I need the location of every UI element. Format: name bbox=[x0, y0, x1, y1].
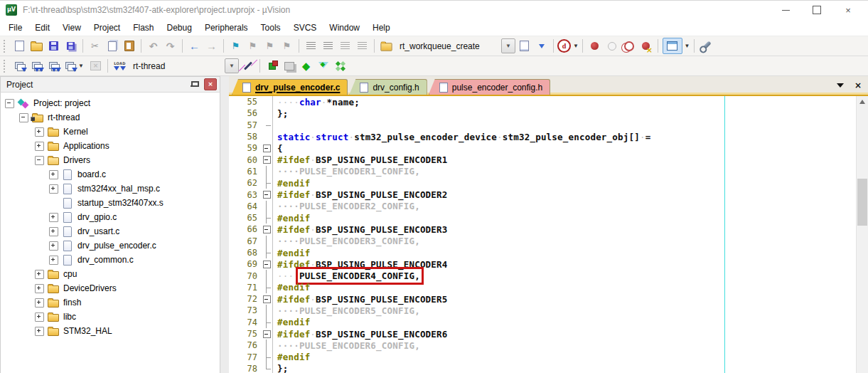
debug-windows-button[interactable]: ▼ bbox=[662, 38, 690, 54]
indent-button[interactable] bbox=[320, 38, 336, 54]
maximize-button[interactable] bbox=[801, 1, 832, 19]
tree-item-finsh[interactable]: finsh bbox=[1, 295, 220, 310]
menu-peripherals[interactable]: Peripherals bbox=[198, 23, 254, 33]
tree-expander-icon[interactable] bbox=[35, 284, 44, 293]
manage-rte-button[interactable] bbox=[264, 58, 280, 74]
tree-expander-icon[interactable] bbox=[35, 142, 44, 151]
project-tree[interactable]: Project: projectrt-threadKernelApplicati… bbox=[0, 93, 220, 373]
tree-item-libc[interactable]: libc bbox=[1, 310, 220, 324]
tree-expander-icon[interactable] bbox=[35, 270, 44, 279]
uncomment-button[interactable] bbox=[354, 38, 370, 54]
target-select-dropdown[interactable]: ▼ bbox=[225, 58, 239, 73]
tree-expander-icon[interactable] bbox=[49, 241, 58, 251]
pin-icon[interactable] bbox=[190, 80, 198, 90]
menu-tools[interactable]: Tools bbox=[254, 23, 287, 33]
redo-button[interactable]: ↷ bbox=[162, 38, 178, 54]
translate-button[interactable] bbox=[11, 58, 28, 74]
tree-expander-icon[interactable] bbox=[49, 256, 58, 265]
tree-item-kernel[interactable]: Kernel bbox=[1, 125, 220, 139]
tree-expander-icon[interactable] bbox=[35, 156, 44, 165]
menu-window[interactable]: Window bbox=[323, 23, 366, 33]
tab-list-dropdown-icon[interactable] bbox=[837, 83, 844, 88]
menu-svcs[interactable]: SVCS bbox=[287, 23, 323, 33]
tree-item-stm32f4xx-hal-msp-c[interactable]: stm32f4xx_hal_msp.c bbox=[1, 182, 220, 196]
menu-file[interactable]: File bbox=[2, 23, 28, 33]
tree-item-applications[interactable]: Applications bbox=[1, 139, 220, 153]
menu-debug[interactable]: Debug bbox=[161, 23, 198, 33]
tree-item-cpu[interactable]: cpu bbox=[1, 267, 220, 281]
tree-expander-icon[interactable] bbox=[49, 227, 58, 236]
rebuild-button[interactable] bbox=[45, 58, 62, 74]
target-select-combo[interactable]: rt-thread bbox=[129, 59, 224, 73]
code-editor[interactable]: 55····char·*name;56};5758static·struct·s… bbox=[229, 96, 868, 373]
undo-button[interactable]: ↶ bbox=[145, 38, 161, 54]
close-document-icon[interactable]: × bbox=[854, 81, 862, 90]
target-options-button[interactable] bbox=[240, 58, 256, 74]
menu-project[interactable]: Project bbox=[87, 23, 127, 33]
paste-button[interactable] bbox=[121, 38, 137, 54]
find-text-button[interactable] bbox=[516, 38, 532, 54]
tree-item-drv-pulse-encoder-c[interactable]: drv_pulse_encoder.c bbox=[1, 238, 220, 253]
cut-button[interactable]: ✂ bbox=[87, 38, 103, 54]
component-viewer-button[interactable]: ◆ bbox=[298, 58, 314, 74]
batch-build-button[interactable]: ▼ bbox=[63, 58, 87, 74]
find-combo-dropdown[interactable]: ▼ bbox=[501, 38, 515, 53]
tree-item-stm32-hal[interactable]: STM32_HAL bbox=[1, 324, 220, 338]
software-packs-filter-button[interactable]: ◆ bbox=[315, 58, 331, 74]
new-file-button[interactable] bbox=[11, 38, 28, 54]
file-extensions-button[interactable] bbox=[281, 58, 297, 74]
menu-help[interactable]: Help bbox=[366, 23, 397, 33]
find-combo-input[interactable]: rt_workqueue_create bbox=[395, 39, 500, 53]
tree-expander-icon[interactable] bbox=[49, 213, 58, 222]
disable-breakpoint-button[interactable] bbox=[604, 38, 620, 54]
unindent-button[interactable] bbox=[303, 38, 319, 54]
pack-installer-button[interactable] bbox=[332, 58, 348, 74]
toggle-bookmark-button[interactable]: ⚑ bbox=[227, 38, 244, 54]
minimize-button[interactable] bbox=[770, 1, 801, 19]
fold-collapse-icon[interactable] bbox=[262, 189, 273, 200]
menu-flash[interactable]: Flash bbox=[127, 23, 160, 33]
clear-bookmarks-button[interactable]: ⚑ bbox=[279, 38, 295, 54]
tree-expander-icon[interactable] bbox=[49, 170, 58, 179]
tab-drv-pulse-encoder-c[interactable]: drv_pulse_encoder.c bbox=[232, 79, 348, 95]
next-bookmark-button[interactable]: ⚑ bbox=[262, 38, 278, 54]
tree-expander-icon[interactable] bbox=[35, 312, 44, 322]
disable-all-breakpoints-button[interactable] bbox=[621, 38, 637, 54]
stop-build-button[interactable]: × bbox=[87, 58, 104, 74]
navigate-forward-button[interactable]: → bbox=[203, 38, 220, 54]
fold-collapse-icon[interactable] bbox=[262, 224, 273, 235]
download-button[interactable]: LOAD bbox=[112, 58, 128, 74]
fold-collapse-icon[interactable] bbox=[262, 293, 273, 305]
project-panel-close-button[interactable]: × bbox=[204, 78, 217, 90]
kill-all-breakpoints-button[interactable] bbox=[638, 38, 654, 54]
fold-collapse-icon[interactable] bbox=[262, 258, 273, 270]
close-button[interactable]: × bbox=[832, 1, 864, 19]
panel-splitter[interactable] bbox=[220, 76, 229, 373]
tab-pulse-encoder-config-h[interactable]: pulse_encoder_config.h bbox=[429, 79, 550, 95]
tree-item-drv-gpio-c[interactable]: drv_gpio.c bbox=[1, 210, 220, 224]
open-file-button[interactable] bbox=[28, 38, 45, 54]
tree-item-drv-usart-c[interactable]: drv_usart.c bbox=[1, 224, 220, 238]
tree-expander-icon[interactable] bbox=[19, 113, 28, 122]
incremental-find-button[interactable]: d▼ bbox=[557, 38, 579, 54]
tree-item-board-c[interactable]: board.c bbox=[1, 167, 220, 182]
fold-collapse-icon[interactable] bbox=[262, 142, 273, 154]
toolbar-drag-handle-2[interactable] bbox=[4, 60, 8, 73]
save-all-button[interactable] bbox=[63, 38, 79, 54]
tree-item-devicedrivers[interactable]: DeviceDrivers bbox=[1, 281, 220, 295]
menu-edit[interactable]: Edit bbox=[28, 23, 56, 33]
tree-expander-icon[interactable] bbox=[49, 184, 58, 194]
configure-tools-button[interactable] bbox=[698, 38, 714, 54]
goto-reference-button[interactable] bbox=[533, 38, 550, 54]
tab-drv-config-h[interactable]: drv_config.h bbox=[349, 79, 427, 95]
comment-button[interactable] bbox=[337, 38, 353, 54]
tree-item-rt-thread[interactable]: rt-thread bbox=[1, 110, 220, 125]
toolbar-drag-handle[interactable] bbox=[4, 40, 8, 53]
menu-view[interactable]: View bbox=[56, 23, 87, 33]
copy-button[interactable] bbox=[104, 38, 120, 54]
tree-item-startup-stm32f407xx-s[interactable]: startup_stm32f407xx.s bbox=[1, 196, 220, 210]
vertical-scrollbar[interactable] bbox=[856, 96, 868, 373]
tree-item-drivers[interactable]: Drivers bbox=[1, 153, 220, 167]
navigate-back-button[interactable]: ← bbox=[186, 38, 203, 54]
save-button[interactable] bbox=[45, 38, 62, 54]
